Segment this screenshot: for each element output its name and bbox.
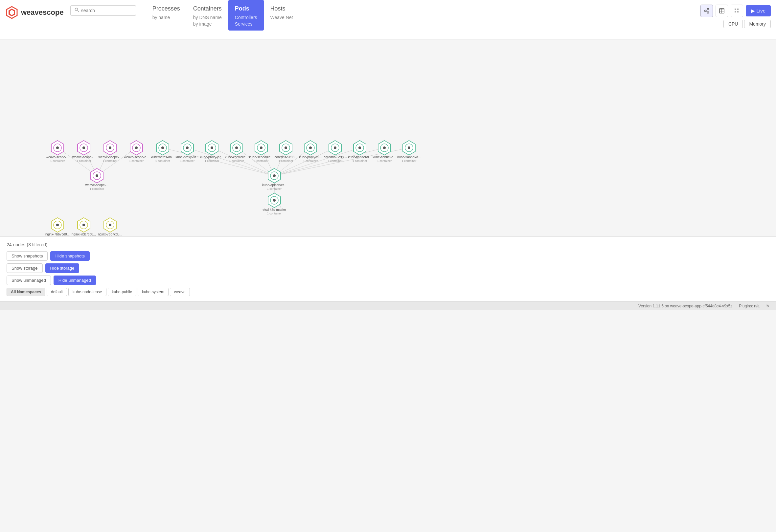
table-view-button[interactable]	[716, 5, 728, 17]
node-ng3[interactable]	[104, 218, 116, 232]
svg-rect-14	[735, 9, 736, 10]
hide-storage-button[interactable]: Hide storage	[45, 263, 79, 273]
node-n8[interactable]	[230, 141, 243, 155]
sublabel-n14: 1 container	[377, 159, 392, 163]
memory-button[interactable]: Memory	[744, 20, 771, 28]
hide-unmanaged-button[interactable]: Hide unmanaged	[53, 276, 96, 285]
search-icon	[74, 8, 79, 13]
node-n13[interactable]	[354, 141, 366, 155]
label-n6: kube-proxy-8z...	[175, 155, 199, 159]
nav-processes-byname[interactable]: by name	[153, 14, 180, 21]
svg-point-60	[260, 147, 262, 149]
ns-weave-button[interactable]: weave	[170, 288, 190, 296]
svg-point-87	[273, 199, 276, 202]
show-snapshots-button[interactable]: Show snapshots	[7, 251, 48, 261]
node-n2[interactable]	[77, 141, 90, 155]
label-n12: coredns-5c98...	[324, 155, 347, 159]
label-n11: kube-proxy-t5...	[299, 155, 322, 159]
svg-point-78	[408, 147, 410, 149]
live-button[interactable]: ▶ Live	[746, 5, 771, 16]
node-n1[interactable]	[51, 141, 64, 155]
cpu-button[interactable]: CPU	[724, 20, 743, 28]
nav-hosts-weavenet[interactable]: Weave Net	[270, 14, 293, 21]
show-storage-button[interactable]: Show storage	[7, 263, 43, 273]
graph-view-button[interactable]	[701, 5, 713, 17]
footer: Version 1.11.6 on weave-scope-app-cf544d…	[0, 301, 776, 310]
svg-line-9	[706, 11, 708, 12]
nav-group-hosts: Hosts Weave Net	[264, 0, 300, 31]
node-n15[interactable]	[403, 141, 415, 155]
graph-svg: weave-scope-... 1 container weave-scope-…	[0, 39, 776, 236]
unmanaged-row: Show unmanaged Hide unmanaged	[7, 276, 769, 285]
ns-kube-node-lease-button[interactable]: kube-node-lease	[68, 288, 106, 296]
label-ng2: nginx-7bb7cd8...	[71, 233, 96, 236]
ns-kube-public-button[interactable]: kube-public	[108, 288, 136, 296]
node-n10[interactable]	[279, 141, 292, 155]
svg-point-54	[211, 147, 213, 149]
sublabel-n11: 1 container	[303, 159, 318, 163]
label-n14: kube-flannel-d...	[373, 155, 396, 159]
sublabel-n2: 1 container	[76, 159, 91, 163]
svg-point-42	[109, 147, 112, 149]
sublabel-n6: 1 container	[180, 159, 195, 163]
node-etcd[interactable]	[268, 193, 280, 208]
show-unmanaged-button[interactable]: Show unmanaged	[7, 276, 51, 285]
nav-containers-dns[interactable]: by DNS name	[193, 14, 222, 21]
hide-snapshots-button[interactable]: Hide snapshots	[50, 251, 90, 261]
reload-icon[interactable]: ↻	[766, 304, 769, 308]
nav-pods-controllers[interactable]: Controllers	[235, 14, 257, 21]
sublabel-etcd: 1 container	[267, 212, 282, 215]
node-n5[interactable]	[156, 141, 169, 155]
nav-pods[interactable]: Pods	[235, 3, 257, 14]
nav-pods-services[interactable]: Services	[235, 21, 257, 27]
sublabel-n8: 1 container	[229, 159, 244, 163]
storage-row: Show storage Hide storage	[7, 263, 769, 273]
svg-point-93	[82, 224, 85, 226]
node-ng1[interactable]	[51, 218, 64, 232]
node-n7[interactable]	[206, 141, 218, 155]
ns-all-button[interactable]: All Namespaces	[7, 288, 45, 296]
svg-point-66	[309, 147, 312, 149]
nav-hosts[interactable]: Hosts	[270, 3, 293, 14]
svg-point-45	[135, 147, 138, 149]
label-n8: kube-controlle...	[225, 155, 248, 159]
logo[interactable]: weavescope	[5, 0, 64, 19]
nav-containers[interactable]: Containers	[193, 3, 222, 14]
header: weavescope Processes by name Containers …	[0, 0, 776, 39]
sublabel-n5: 1 container	[155, 159, 170, 163]
logo-text: weavescope	[21, 8, 64, 17]
sublabel-n13: 1 container	[353, 159, 367, 163]
svg-point-36	[56, 147, 59, 149]
node-n9[interactable]	[255, 141, 267, 155]
nav-processes[interactable]: Processes	[153, 3, 180, 14]
nav-group-processes: Processes by name	[146, 0, 187, 31]
node-n11[interactable]	[304, 141, 317, 155]
sublabel-n12: 1 container	[328, 159, 343, 163]
node-hub[interactable]	[91, 169, 103, 183]
node-n4[interactable]	[130, 141, 143, 155]
node-api[interactable]	[268, 169, 280, 183]
label-n9: kube-schedule...	[249, 155, 273, 159]
node-ng2[interactable]	[77, 218, 90, 232]
nav-containers-image[interactable]: by image	[193, 21, 222, 27]
node-count: 24 nodes (3 filtered)	[7, 242, 769, 247]
label-api: kube-apiserver...	[262, 183, 286, 187]
svg-rect-10	[720, 9, 724, 13]
svg-point-57	[235, 147, 238, 149]
ns-default-button[interactable]: default	[47, 288, 67, 296]
svg-point-69	[334, 147, 337, 149]
node-n12[interactable]	[329, 141, 341, 155]
search-input[interactable]	[81, 8, 132, 13]
node-n3[interactable]	[104, 141, 116, 155]
label-n13: kube-flannel-d...	[348, 155, 372, 159]
svg-point-48	[161, 147, 164, 149]
sublabel-n9: 1 container	[254, 159, 269, 163]
resource-view-button[interactable]	[731, 5, 743, 17]
sublabel-n3: 1 container	[103, 159, 118, 163]
search-bar[interactable]	[70, 5, 136, 16]
label-n7: kube-proxy-p2...	[200, 155, 224, 159]
ns-kube-system-button[interactable]: kube-system	[138, 288, 169, 296]
node-n6[interactable]	[181, 141, 194, 155]
sublabel-hub: 1 container	[90, 187, 105, 191]
node-n14[interactable]	[378, 141, 391, 155]
